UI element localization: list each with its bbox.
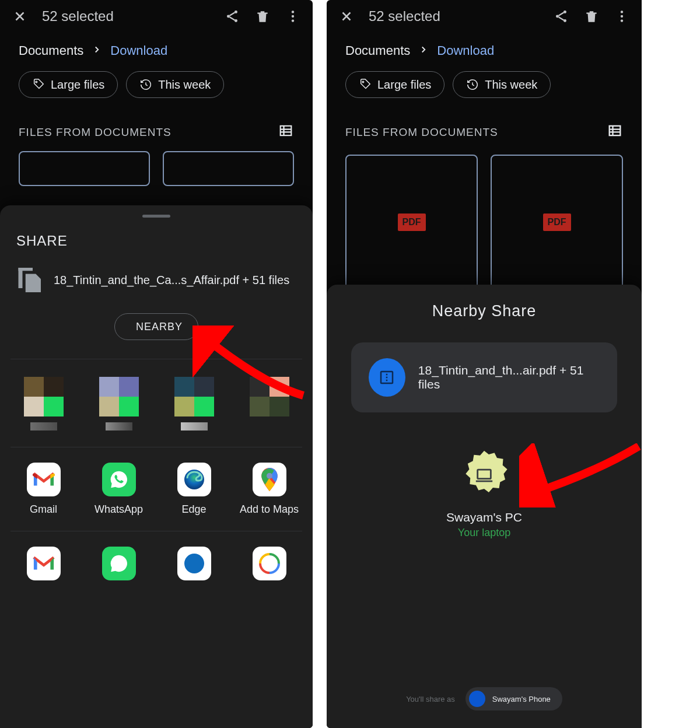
device-name: Swayam's PC: [420, 510, 548, 524]
app-whatsapp[interactable]: WhatsApp: [81, 453, 156, 525]
app-google[interactable]: [232, 537, 307, 580]
nearby-button-label: NEARBY: [136, 321, 183, 333]
chevron-right-icon: [92, 43, 102, 58]
gmail-icon: [27, 547, 61, 580]
file-tile[interactable]: PDF: [491, 155, 623, 290]
breadcrumb: Documents Download: [0, 33, 313, 58]
apps-row-2: [0, 537, 313, 580]
section-title: FILES FROM DOCUMENTS: [19, 126, 172, 139]
breadcrumb-root[interactable]: Documents: [19, 43, 83, 58]
breadcrumb-root[interactable]: Documents: [345, 43, 410, 58]
svg-point-22: [621, 19, 623, 22]
chip-label: This week: [485, 78, 537, 92]
chip-large-files[interactable]: Large files: [345, 71, 444, 98]
selection-count: 52 selected: [42, 8, 114, 24]
edge-icon: [177, 463, 211, 496]
svg-rect-24: [610, 126, 621, 135]
more-icon[interactable]: [614, 8, 630, 24]
svg-rect-7: [281, 126, 292, 135]
maps-icon: [253, 463, 286, 496]
sheet-grabber[interactable]: [142, 215, 170, 218]
share-as-bar: You'll share as Swayam's Phone: [327, 687, 642, 710]
contact-item[interactable]: [81, 365, 156, 441]
nearby-file-card: 18_Tintin_and_th...air.pdf + 51 files: [351, 342, 617, 412]
share-as-label: You'll share as: [406, 695, 455, 704]
breadcrumb-current[interactable]: Download: [110, 43, 167, 58]
share-icon[interactable]: [553, 8, 569, 24]
nearby-share-title: Nearby Share: [327, 302, 642, 320]
svg-rect-26: [478, 470, 491, 479]
close-icon[interactable]: [338, 8, 355, 24]
chip-this-week[interactable]: This week: [453, 71, 551, 98]
svg-point-18: [556, 15, 559, 18]
svg-rect-9: [19, 268, 33, 271]
chip-this-week[interactable]: This week: [126, 71, 224, 98]
whatsapp-icon: [102, 547, 136, 580]
tag-icon: [359, 78, 372, 91]
selection-toolbar: 52 selected: [327, 0, 642, 33]
delete-icon[interactable]: [254, 8, 271, 24]
share-icon[interactable]: [224, 8, 240, 24]
svg-point-17: [564, 10, 566, 13]
history-icon: [466, 78, 479, 91]
share-sheet: SHARE 18_Tintin_and_the_Ca...s_Affair.pd…: [0, 205, 313, 728]
app-whatsapp[interactable]: [81, 537, 156, 580]
nearby-button[interactable]: NEARBY: [114, 313, 198, 340]
file-tile[interactable]: PDF: [345, 155, 478, 290]
breadcrumb-current[interactable]: Download: [437, 43, 494, 58]
chip-label: Large files: [377, 78, 431, 92]
whatsapp-icon: [102, 463, 136, 496]
view-list-icon[interactable]: [607, 123, 623, 142]
app-edge[interactable]: [156, 537, 232, 580]
pdf-badge: PDF: [543, 214, 571, 231]
chip-label: This week: [158, 78, 211, 92]
delete-icon[interactable]: [583, 8, 600, 24]
svg-point-6: [36, 81, 37, 83]
device-subtitle: Your laptop: [420, 527, 548, 539]
svg-point-23: [362, 81, 364, 83]
close-icon[interactable]: [12, 8, 28, 24]
section-title: FILES FROM DOCUMENTS: [345, 126, 498, 139]
history-icon: [139, 78, 152, 91]
copy-file-icon: [16, 265, 41, 295]
share-as-pill[interactable]: Swayam's Phone: [466, 687, 562, 710]
app-label: Gmail: [30, 503, 57, 516]
svg-point-12: [184, 554, 204, 573]
svg-point-20: [621, 10, 623, 13]
contacts-row: [0, 365, 313, 441]
app-label: Edge: [181, 503, 206, 516]
avatar: [469, 691, 485, 707]
gmail-icon: [27, 463, 61, 496]
selection-toolbar: 52 selected: [0, 0, 313, 33]
chip-large-files[interactable]: Large files: [19, 71, 118, 98]
contact-item[interactable]: [6, 365, 81, 441]
contact-item[interactable]: [232, 365, 307, 441]
app-gmail[interactable]: [6, 537, 81, 580]
screenshot-left: 52 selected Documents Download Large fil…: [0, 0, 313, 728]
file-tile[interactable]: [19, 151, 150, 186]
chip-label: Large files: [51, 78, 104, 92]
svg-point-1: [227, 15, 230, 18]
nearby-file-summary: 18_Tintin_and_th...air.pdf + 51 files: [418, 363, 600, 391]
app-edge[interactable]: Edge: [156, 453, 232, 525]
archive-icon: [369, 358, 405, 397]
svg-point-21: [621, 15, 623, 18]
file-tile[interactable]: [163, 151, 294, 186]
more-icon[interactable]: [285, 8, 301, 24]
contact-item[interactable]: [156, 365, 232, 441]
nearby-device[interactable]: Swayam's PC Your laptop: [420, 450, 548, 539]
app-gmail[interactable]: Gmail: [6, 453, 81, 525]
screenshot-right: 52 selected Documents Download Large fil…: [327, 0, 642, 728]
svg-point-5: [292, 19, 294, 22]
pdf-badge: PDF: [398, 214, 426, 231]
app-add-to-maps[interactable]: Add to Maps: [232, 453, 307, 525]
svg-point-3: [292, 10, 294, 13]
google-icon: [253, 547, 286, 580]
share-title: SHARE: [0, 233, 313, 249]
selection-count: 52 selected: [369, 8, 440, 24]
share-file-summary: 18_Tintin_and_the_Ca...s_Affair.pdf + 51…: [54, 274, 289, 287]
svg-point-4: [292, 15, 294, 18]
nearby-share-sheet: Nearby Share 18_Tintin_and_th...air.pdf …: [327, 285, 642, 728]
svg-point-11: [267, 473, 272, 479]
app-label: Add to Maps: [240, 503, 299, 516]
